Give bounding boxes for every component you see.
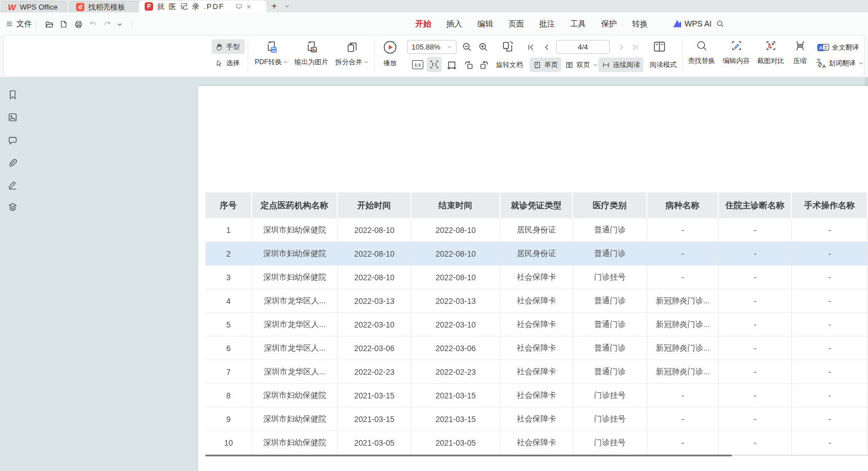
table-cell: 普通门诊 — [573, 360, 647, 383]
reading-mode-button[interactable]: 阅读模式 — [646, 57, 680, 72]
close-tab-icon[interactable]: × — [247, 3, 251, 11]
medical-records-table: 序号定点医药机构名称开始时间结束时间就诊凭证类型医疗类别病种名称住院主诊断名称手… — [205, 192, 868, 455]
first-page-icon — [527, 43, 535, 51]
hamburger-icon[interactable] — [6, 20, 13, 28]
compress-button[interactable]: 压缩 — [787, 39, 813, 66]
screenshot-compare-button[interactable]: 截图对比 — [754, 39, 787, 66]
menu-item-tools[interactable]: 工具 — [570, 12, 586, 37]
fit-width-button[interactable] — [444, 58, 459, 71]
one-to-one-icon: 1:1 — [412, 60, 423, 69]
table-header-cell: 病种名称 — [647, 192, 719, 218]
actual-size-button[interactable]: 1:1 — [410, 58, 425, 71]
page-number-input[interactable]: 4/4 — [556, 40, 610, 54]
table-cell: 2021-03-05 — [338, 431, 411, 454]
menu-item-convert[interactable]: 转换 — [632, 12, 648, 37]
divider — [374, 39, 375, 71]
file-menu[interactable]: 文件 — [16, 12, 32, 35]
last-page-button[interactable] — [631, 43, 639, 51]
rotate-right-button[interactable] — [477, 58, 491, 71]
hand-tool-button[interactable]: 手型 — [212, 39, 245, 54]
menu-item-comment[interactable]: 批注 — [539, 12, 555, 37]
rotate-document-button[interactable]: 旋转文档 — [493, 57, 526, 72]
menu-item-insert[interactable]: 插入 — [446, 12, 462, 37]
menu-item-protect[interactable]: 保护 — [601, 12, 617, 37]
chevron-down-icon — [283, 60, 288, 65]
table-cell: 9 — [205, 407, 252, 430]
table-cell: - — [647, 266, 719, 289]
menu-item-edit[interactable]: 编辑 — [477, 12, 493, 37]
table-cell: 2022-08-10 — [338, 266, 411, 289]
table-cell: - — [719, 218, 792, 241]
tab-pdf-document[interactable]: P 就 医 记 录 .PDF × — [139, 1, 266, 12]
screen-mode-icon[interactable] — [235, 3, 243, 10]
signature-icon[interactable] — [7, 180, 18, 190]
play-button[interactable] — [383, 40, 397, 55]
word-translate-button[interactable]: 文⇄A 划词翻译 — [816, 59, 863, 68]
single-page-button[interactable]: 单页 — [530, 57, 561, 72]
menu-search-icon[interactable] — [716, 20, 724, 28]
save-icon[interactable] — [57, 18, 70, 30]
tab-wps-office[interactable]: W WPS Office — [2, 1, 66, 12]
table-cell: 普通门诊 — [573, 313, 647, 336]
print-icon[interactable] — [72, 18, 84, 30]
table-cell: 社会保障卡 — [500, 407, 573, 430]
fit-page-button[interactable] — [427, 57, 442, 72]
bookmark-icon[interactable] — [7, 89, 18, 100]
prev-page-button[interactable] — [543, 43, 551, 51]
tab-docer-templates[interactable]: d 找稻壳模板 — [70, 1, 142, 12]
continuous-read-button[interactable]: 连续阅读 — [598, 57, 643, 72]
table-cell: 社会保障卡 — [500, 313, 573, 336]
double-page-button[interactable]: 双页 — [562, 57, 601, 72]
cursor-icon — [217, 60, 221, 66]
new-tab-button[interactable]: + — [271, 0, 277, 12]
table-cell: 2021-03-15 — [411, 407, 500, 430]
table-cell: - — [647, 407, 719, 430]
table-cell: 2022-03-06 — [338, 337, 411, 360]
table-row: 4深圳市龙华区人...2022-03-132022-03-13社会保障卡普通门诊… — [205, 289, 868, 313]
comments-icon[interactable] — [7, 135, 18, 146]
full-translate-button[interactable]: A文 全文翻译 — [817, 43, 859, 52]
docer-logo-icon: d — [76, 3, 84, 11]
menu-item-page[interactable]: 页面 — [508, 12, 524, 37]
pdf-convert-button[interactable]: PDF转换 — [252, 39, 291, 67]
zoom-level-select[interactable]: 105.88% — [407, 40, 457, 54]
next-page-button[interactable] — [618, 43, 625, 51]
zoom-out-button[interactable] — [462, 42, 472, 52]
menu-item-home[interactable]: 开始 — [415, 12, 431, 37]
more-actions-chevron-icon[interactable] — [117, 21, 123, 28]
attachments-icon[interactable] — [7, 158, 18, 168]
undo-icon[interactable] — [87, 18, 99, 30]
export-image-button[interactable]: 输出为图片 — [292, 39, 331, 67]
table-cell: 社会保障卡 — [500, 384, 573, 407]
replace-pages-button[interactable] — [500, 39, 515, 54]
first-page-button[interactable] — [527, 43, 535, 51]
table-cell: 2022-08-10 — [411, 266, 500, 289]
continuous-read-icon — [602, 61, 610, 69]
pdf-page-canvas[interactable]: 序号定点医药机构名称开始时间结束时间就诊凭证类型医疗类别病种名称住院主诊断名称手… — [198, 86, 868, 471]
find-replace-button[interactable]: 查找替换 — [684, 39, 718, 66]
layers-icon[interactable] — [7, 202, 18, 213]
table-cell: 2022-08-10 — [338, 218, 411, 241]
last-page-icon — [631, 43, 639, 51]
table-cell: - — [792, 218, 868, 241]
wps-ai-menu[interactable]: WPS AI — [673, 12, 712, 35]
read-mode-button[interactable] — [652, 39, 667, 55]
table-header-cell: 手术操作名称 — [792, 192, 868, 218]
wps-ai-logo-icon — [673, 20, 681, 28]
redo-icon[interactable] — [101, 18, 114, 30]
edit-content-button[interactable]: 编辑内容 — [719, 39, 753, 66]
zoom-in-button[interactable] — [478, 42, 489, 52]
table-bottom-border-dark — [205, 455, 732, 456]
table-cell: - — [647, 242, 719, 265]
open-file-icon[interactable] — [43, 18, 55, 30]
rotate-left-button[interactable] — [461, 58, 476, 71]
table-cell: - — [719, 313, 792, 336]
tab-list-chevron-icon[interactable] — [284, 3, 290, 9]
table-cell: 2022-02-23 — [411, 360, 500, 383]
table-cell: 2021-03-15 — [411, 384, 500, 407]
table-cell: 2021-03-15 — [338, 384, 411, 407]
split-merge-button[interactable]: 拆分合并 — [332, 39, 372, 67]
table-cell: 社会保障卡 — [500, 289, 573, 312]
select-tool-button[interactable]: 选择 — [212, 56, 245, 70]
thumbnails-icon[interactable] — [7, 112, 18, 123]
